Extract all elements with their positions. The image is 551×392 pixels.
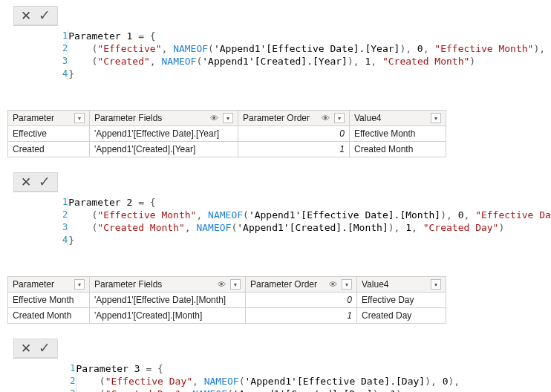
parameter-block-1: ✕ ✓ 1 Parameter 1 = { 2 ("Effective", NA… (7, 4, 544, 157)
chevron-down-icon[interactable]: ▾ (342, 279, 352, 290)
col-value4[interactable]: Value4▾ (350, 111, 446, 126)
cell: Created Month (350, 142, 446, 157)
col-parameter-order[interactable]: Parameter Order👁▾ (238, 111, 350, 126)
col-value4[interactable]: Value4▾ (357, 277, 446, 293)
chevron-down-icon[interactable]: ▾ (431, 279, 441, 290)
line-number: 4 (62, 68, 68, 80)
cell: Effective Month (8, 293, 90, 308)
cell: Created Day (357, 308, 446, 324)
cell: 'Append1'[Created].[Year] (90, 142, 238, 157)
cell: 'Append1'[Created].[Month] (90, 308, 246, 324)
cell: 1 (246, 308, 357, 324)
table-header-row: Parameter▾ Parameter Fields👁▾ Parameter … (8, 111, 446, 126)
cell: 'Append1'[Effective Date].[Month] (90, 293, 246, 308)
formula-bar-buttons: ✕ ✓ (13, 6, 58, 25)
table-header-row: Parameter▾ Parameter Fields👁▾ Parameter … (8, 277, 446, 293)
parameter-block-2: ✕ ✓ 1 Parameter 2 = { 2 ("Effective Mont… (7, 171, 544, 324)
table-row[interactable]: Created 'Append1'[Created].[Year] 1 Crea… (8, 142, 446, 157)
cell: 0 (238, 126, 350, 142)
line-number: 1 (62, 362, 76, 375)
formula-code[interactable]: 1 Parameter 1 = { 2 ("Effective", NAMEOF… (58, 4, 545, 105)
cell: 1 (238, 142, 350, 157)
col-parameter[interactable]: Parameter▾ (8, 111, 90, 126)
line-number: 3 (62, 55, 68, 68)
line-number: 3 (62, 221, 68, 234)
cancel-icon[interactable]: ✕ (17, 342, 35, 356)
formula-bar-buttons: ✕ ✓ (13, 339, 58, 358)
table-row[interactable]: Effective 'Append1'[Effective Date].[Yea… (8, 126, 446, 142)
formula-bar: ✕ ✓ 1 Parameter 3 = { 2 ("Effective Day"… (7, 337, 544, 392)
formula-bar: ✕ ✓ 1 Parameter 2 = { 2 ("Effective Mont… (7, 171, 544, 272)
table-row[interactable]: Effective Month 'Append1'[Effective Date… (8, 293, 446, 308)
cell: Effective Month (350, 126, 446, 142)
line-number: 3 (62, 388, 76, 392)
col-parameter-fields[interactable]: Parameter Fields👁▾ (90, 111, 238, 126)
table-row[interactable]: Created Month 'Append1'[Created].[Month]… (8, 308, 446, 324)
data-table: Parameter▾ Parameter Fields👁▾ Parameter … (7, 110, 446, 157)
line-number: 1 (62, 30, 68, 42)
data-table: Parameter▾ Parameter Fields👁▾ Parameter … (7, 276, 446, 324)
formula-code[interactable]: 1 Parameter 2 = { 2 ("Effective Month", … (58, 171, 551, 272)
parameter-block-3: ✕ ✓ 1 Parameter 3 = { 2 ("Effective Day"… (7, 337, 544, 392)
chevron-down-icon[interactable]: ▾ (431, 113, 441, 123)
cell: Created (8, 142, 90, 157)
cell: 'Append1'[Effective Date].[Year] (90, 126, 238, 142)
cell: Created Month (8, 308, 90, 324)
chevron-down-icon[interactable]: ▾ (223, 113, 233, 123)
eye-slash-icon[interactable]: 👁 (218, 281, 226, 289)
chevron-down-icon[interactable]: ▾ (334, 113, 345, 123)
col-parameter-fields[interactable]: Parameter Fields👁▾ (90, 277, 246, 293)
line-number: 2 (62, 375, 76, 388)
cancel-icon[interactable]: ✕ (17, 9, 35, 23)
line-number: 2 (62, 209, 68, 221)
chevron-down-icon[interactable]: ▾ (230, 279, 241, 290)
cell: Effective Day (357, 293, 446, 308)
commit-icon[interactable]: ✓ (35, 174, 54, 189)
eye-slash-icon[interactable]: 👁 (322, 114, 330, 122)
line-number: 2 (62, 42, 68, 55)
formula-code[interactable]: 1 Parameter 3 = { 2 ("Effective Day", NA… (58, 337, 544, 392)
formula-bar-buttons: ✕ ✓ (13, 172, 58, 192)
formula-bar: ✕ ✓ 1 Parameter 1 = { 2 ("Effective", NA… (7, 4, 544, 105)
param-name: Parameter 2 (68, 197, 132, 208)
commit-icon[interactable]: ✓ (35, 340, 54, 356)
line-number: 4 (62, 234, 68, 246)
cell: 0 (246, 293, 357, 308)
param-name: Parameter 3 (76, 363, 140, 374)
cancel-icon[interactable]: ✕ (17, 175, 35, 189)
line-number: 1 (62, 196, 68, 209)
col-parameter[interactable]: Parameter▾ (8, 277, 90, 293)
eye-slash-icon[interactable]: 👁 (329, 281, 337, 289)
commit-icon[interactable]: ✓ (35, 7, 54, 23)
chevron-down-icon[interactable]: ▾ (74, 113, 85, 123)
cell: Effective (8, 126, 90, 142)
col-parameter-order[interactable]: Parameter Order👁▾ (246, 277, 357, 293)
eye-slash-icon[interactable]: 👁 (210, 114, 218, 122)
chevron-down-icon[interactable]: ▾ (74, 279, 85, 290)
param-name: Parameter 1 (68, 30, 132, 42)
